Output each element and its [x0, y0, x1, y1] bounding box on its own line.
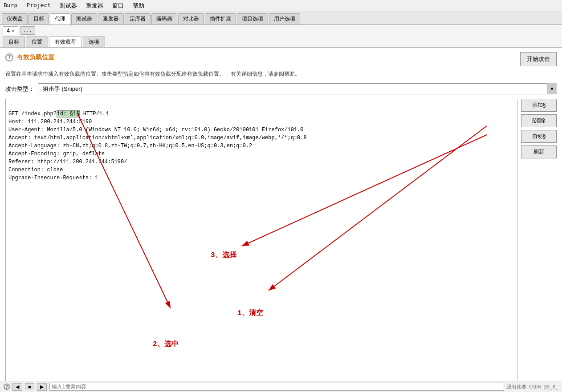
main-layout: GET /index.php?id= §1§ HTTP/1.1 Host: 11…: [5, 99, 557, 392]
request-line-4: Accept: text/html,application/xhtml+xml,…: [8, 135, 307, 141]
menu-window[interactable]: 窗口: [110, 1, 126, 11]
clear-section-button[interactable]: §清除: [521, 114, 557, 127]
status-bar: ? ◀ ■ ▶ 没有比赛 CSDN @0_0_: [0, 381, 562, 392]
refresh-button[interactable]: 刷新: [521, 145, 557, 158]
inner-tab-target[interactable]: 目标: [3, 36, 25, 47]
menu-project[interactable]: Project: [24, 1, 53, 11]
request-line-8: Connection: close: [8, 167, 63, 173]
attack-type-label: 攻击类型：: [5, 85, 34, 93]
numbered-tab-4[interactable]: 4 ×: [3, 26, 18, 35]
tab-repeater[interactable]: 重发器: [98, 13, 124, 24]
request-line-6: Accept-Encoding: gzip, deflate: [8, 151, 105, 157]
content-area: ? 有效负载位置 开始攻击 设置在基本请求中插入有效负载的位置。攻击类型指定如何…: [0, 48, 562, 392]
page-wrapper: Burp Project 测试器 重发器 窗口 帮助 仪表盘 目标 代理 测试器…: [0, 0, 562, 392]
tab-sequencer[interactable]: 定序器: [125, 13, 151, 24]
status-help-icon[interactable]: ?: [4, 384, 10, 390]
tab-scanner[interactable]: 测试器: [71, 13, 97, 24]
menu-tester[interactable]: 测试器: [58, 1, 79, 11]
request-line-1: GET /index.php?id= §1§ HTTP/1.1: [8, 110, 109, 117]
csdn-watermark: CSDN @0_0_: [529, 384, 558, 390]
request-line-9: Upgrade-Insecure-Requests: 1: [8, 175, 98, 181]
request-line-7: Referer: http://111.200.241.244:5190/: [8, 159, 127, 165]
attack-type-row: 攻击类型： 狙击手 (Sniper) 攻城槌 (Battering ram) 草…: [5, 83, 557, 94]
description-text: 设置在基本请求中插入有效负载的位置。攻击类型指定如何将有效负载分配给有效负载位置…: [5, 70, 557, 78]
menu-repeater[interactable]: 重发器: [84, 1, 105, 11]
request-line-2: Host: 111.200.241.244:5190: [8, 119, 92, 125]
status-search-input[interactable]: [49, 383, 504, 391]
inner-tab-bar: 目标 位置 有效载荷 选项: [0, 35, 562, 48]
request-content: GET /index.php?id= §1§ HTTP/1.1 Host: 11…: [6, 99, 517, 193]
inner-tab-payload[interactable]: 有效载荷: [49, 36, 82, 47]
request-line-5: Accept-Language: zh-CN,zh;q=0.8,zh-TW;q=…: [8, 143, 252, 149]
add-section-button[interactable]: 添加§: [521, 99, 557, 112]
auto-section-button[interactable]: 自动§: [521, 130, 557, 143]
sub-tab-bar: 4 × ...: [0, 25, 562, 35]
tab-comparer[interactable]: 对比器: [178, 13, 204, 24]
annotation-step1: 1、清空: [237, 308, 263, 318]
header-row: ? 有效负载位置 开始攻击: [5, 52, 557, 66]
tab-close-icon[interactable]: ×: [12, 28, 14, 33]
request-text-area[interactable]: GET /index.php?id= §1§ HTTP/1.1 Host: 11…: [5, 99, 517, 392]
request-line-3: User-Agent: Mozilla/5.0 (Windows NT 10.0…: [8, 127, 304, 133]
tab-project-options[interactable]: 项目选项: [237, 13, 268, 24]
menu-help[interactable]: 帮助: [131, 1, 146, 11]
select-dropdown-arrow[interactable]: ▼: [547, 83, 557, 94]
tab-dashboard[interactable]: 仪表盘: [2, 13, 28, 24]
tab-target[interactable]: 目标: [29, 13, 49, 24]
menu-burp[interactable]: Burp: [2, 1, 19, 11]
tab-extender[interactable]: 插件扩展: [205, 13, 236, 24]
annotation-step3: 3、选择: [211, 251, 236, 260]
status-back-button[interactable]: ◀: [12, 383, 22, 391]
tab-proxy[interactable]: 代理: [50, 13, 70, 24]
payload-marker: id= §1§: [57, 110, 80, 117]
attack-type-select[interactable]: 狙击手 (Sniper) 攻城槌 (Battering ram) 草叉 (Pit…: [38, 83, 557, 94]
status-forward-button[interactable]: ▶: [37, 383, 47, 391]
main-tab-bar: 仪表盘 目标 代理 测试器 重发器 定序器 编码器 对比器 插件扩展 项目选项 …: [0, 12, 562, 25]
tab-number: 4: [7, 28, 10, 34]
section-title: ? 有效负载位置: [5, 53, 54, 61]
status-stop-button[interactable]: ■: [25, 383, 34, 390]
inner-tab-position[interactable]: 位置: [26, 36, 48, 47]
right-buttons-panel: 添加§ §清除 自动§ 刷新: [521, 99, 557, 392]
status-right-text: 没有比赛: [507, 384, 526, 390]
attack-type-select-wrapper: 狙击手 (Sniper) 攻城槌 (Battering ram) 草叉 (Pit…: [38, 83, 557, 94]
start-attack-button[interactable]: 开始攻击: [520, 52, 557, 66]
menu-bar: Burp Project 测试器 重发器 窗口 帮助: [0, 0, 562, 12]
help-icon[interactable]: ?: [5, 53, 13, 61]
tab-decoder[interactable]: 编码器: [151, 13, 177, 24]
more-tabs-button[interactable]: ...: [20, 26, 35, 35]
inner-tab-options[interactable]: 选项: [83, 36, 105, 47]
page-title: 有效负载位置: [17, 53, 54, 61]
annotation-step2: 2、选中: [153, 339, 179, 349]
tab-user-options[interactable]: 用户选项: [269, 13, 300, 24]
